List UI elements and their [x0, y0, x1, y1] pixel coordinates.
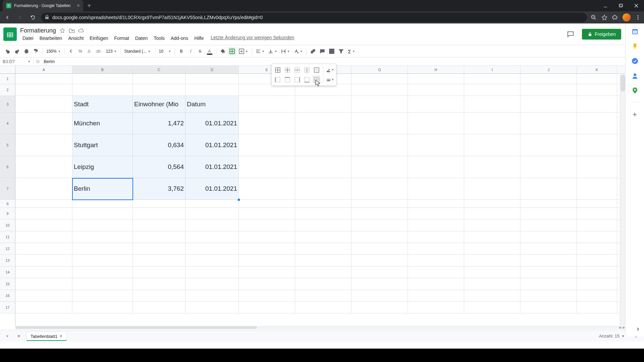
- row-header[interactable]: 3: [0, 96, 15, 113]
- cell[interactable]: Einwohner (Mio: [133, 96, 185, 112]
- cell[interactable]: [352, 134, 408, 156]
- cell[interactable]: [408, 208, 464, 219]
- cell[interactable]: [464, 134, 521, 156]
- col-header-G[interactable]: G: [352, 66, 408, 73]
- cell[interactable]: [295, 84, 352, 96]
- cell[interactable]: [185, 84, 239, 96]
- add-sheet-button[interactable]: +: [3, 332, 11, 340]
- cell[interactable]: [239, 208, 295, 219]
- horizontal-scrollbar[interactable]: [15, 326, 625, 329]
- cell[interactable]: [577, 96, 617, 112]
- cell[interactable]: [352, 255, 408, 266]
- print-button[interactable]: [22, 47, 31, 56]
- row-header[interactable]: 16: [0, 290, 15, 302]
- cell[interactable]: [72, 220, 133, 231]
- cell[interactable]: [408, 243, 464, 254]
- cell[interactable]: [15, 255, 72, 266]
- share-button[interactable]: Freigeben: [582, 29, 621, 40]
- cell[interactable]: [577, 302, 617, 313]
- cell[interactable]: [239, 178, 295, 199]
- functions-button[interactable]: Σ▼: [346, 47, 357, 55]
- tab-close-icon[interactable]: ×: [77, 3, 80, 9]
- horizontal-align-button[interactable]: ▼: [254, 47, 266, 55]
- col-header-D[interactable]: D: [185, 66, 239, 73]
- col-header-A[interactable]: A: [15, 66, 72, 73]
- cell[interactable]: [464, 278, 521, 290]
- cell[interactable]: [133, 84, 185, 96]
- row-header[interactable]: 15: [0, 278, 15, 290]
- cell[interactable]: [185, 266, 239, 278]
- cell[interactable]: [577, 231, 617, 243]
- cell[interactable]: [577, 200, 617, 207]
- borders-button[interactable]: [228, 47, 236, 56]
- row-header[interactable]: 5: [0, 134, 15, 156]
- cell[interactable]: [352, 156, 408, 178]
- cell[interactable]: [239, 255, 295, 266]
- border-none-icon[interactable]: [313, 76, 320, 83]
- cell[interactable]: [577, 290, 617, 301]
- currency-button[interactable]: €: [67, 47, 75, 56]
- cell[interactable]: München: [72, 113, 133, 134]
- cell[interactable]: [15, 231, 72, 243]
- cell[interactable]: [295, 266, 352, 278]
- cell[interactable]: 01.01.2021: [185, 134, 239, 156]
- cell[interactable]: [133, 200, 185, 207]
- cell[interactable]: [521, 290, 577, 301]
- col-header-I[interactable]: I: [464, 66, 521, 73]
- cell[interactable]: [577, 255, 617, 266]
- select-all-corner[interactable]: [0, 66, 15, 73]
- cell[interactable]: [464, 200, 521, 207]
- row-header[interactable]: 2: [0, 84, 15, 96]
- border-top-icon[interactable]: [283, 76, 291, 83]
- cell[interactable]: [408, 266, 464, 278]
- window-close[interactable]: [629, 0, 644, 11]
- cell[interactable]: [408, 96, 464, 112]
- cell[interactable]: 0,634: [133, 134, 185, 156]
- cell[interactable]: [295, 302, 352, 313]
- cell[interactable]: 0,564: [133, 156, 185, 178]
- cell[interactable]: [133, 220, 185, 231]
- cell[interactable]: Stadt: [72, 96, 133, 112]
- cell[interactable]: [577, 208, 617, 219]
- cell[interactable]: [15, 208, 72, 219]
- menu-addons[interactable]: Add-ons: [168, 35, 191, 42]
- row-header[interactable]: 11: [0, 231, 15, 243]
- cell[interactable]: [464, 231, 521, 243]
- row-header[interactable]: 13: [0, 255, 15, 266]
- contacts-icon[interactable]: [632, 72, 638, 79]
- add-addon-button[interactable]: +: [633, 110, 637, 119]
- cell[interactable]: [521, 208, 577, 219]
- new-tab-button[interactable]: +: [87, 2, 91, 10]
- cell[interactable]: [15, 200, 72, 207]
- cell[interactable]: [72, 290, 133, 301]
- menu-help[interactable]: Hilfe: [192, 35, 206, 42]
- cell[interactable]: [577, 134, 617, 156]
- increase-decimal-button[interactable]: .00→: [95, 47, 104, 56]
- cell[interactable]: [239, 156, 295, 178]
- cell[interactable]: [577, 278, 617, 290]
- cell[interactable]: [133, 208, 185, 219]
- border-inner-icon[interactable]: [283, 66, 291, 74]
- cell[interactable]: [521, 231, 577, 243]
- border-color-button[interactable]: ▼: [326, 66, 334, 74]
- border-outer-icon[interactable]: [313, 66, 320, 74]
- nav-back-button[interactable]: [3, 13, 12, 22]
- cell[interactable]: [295, 200, 352, 207]
- cell[interactable]: [408, 200, 464, 207]
- row-header[interactable]: 7: [0, 178, 15, 200]
- nav-reload-button[interactable]: [28, 13, 38, 22]
- cell[interactable]: [239, 231, 295, 243]
- cell[interactable]: [239, 290, 295, 301]
- cell[interactable]: [352, 243, 408, 254]
- border-vertical-icon[interactable]: [303, 66, 311, 74]
- cell[interactable]: [15, 113, 72, 134]
- cell[interactable]: [352, 278, 408, 290]
- cell[interactable]: [352, 74, 408, 84]
- cell[interactable]: [352, 231, 408, 243]
- cell[interactable]: [464, 208, 521, 219]
- text-wrap-button[interactable]: ▼: [279, 47, 291, 55]
- cell[interactable]: [72, 200, 133, 207]
- cell[interactable]: [521, 96, 577, 112]
- menu-data[interactable]: Daten: [133, 35, 150, 42]
- cell[interactable]: Berlin: [72, 178, 133, 199]
